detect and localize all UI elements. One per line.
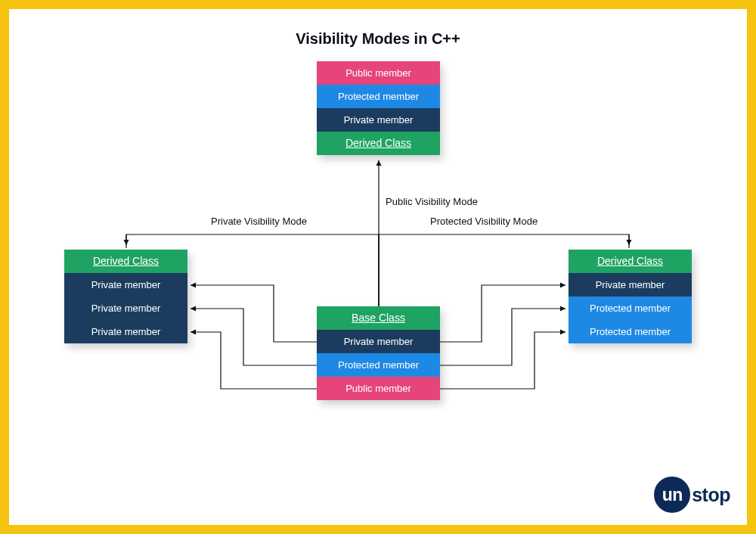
cell-private-member: Private member bbox=[64, 320, 187, 343]
cell-private-member: Private member bbox=[569, 273, 692, 296]
brand-suffix: stop bbox=[692, 484, 730, 506]
class-label-derived: Derived Class bbox=[64, 250, 187, 273]
class-label-derived: Derived Class bbox=[317, 132, 440, 155]
brand-logo: unstop bbox=[654, 477, 730, 513]
top-derived-stack: Public member Protected member Private m… bbox=[317, 61, 440, 155]
base-class-stack: Base Class Private member Protected memb… bbox=[317, 306, 440, 400]
class-label-base: Base Class bbox=[317, 306, 440, 330]
left-derived-stack: Derived Class Private member Private mem… bbox=[64, 250, 187, 343]
cell-protected-member: Protected member bbox=[317, 85, 440, 108]
cell-protected-member: Protected member bbox=[317, 353, 440, 377]
diagram-frame: Visibility Modes in C++ Public member Pr… bbox=[0, 0, 756, 534]
cell-private-member: Private member bbox=[64, 296, 187, 320]
cell-public-member: Public member bbox=[317, 61, 440, 85]
cell-private-member: Private member bbox=[317, 330, 440, 353]
cell-protected-member: Protected member bbox=[569, 320, 692, 343]
brand-prefix: un bbox=[654, 477, 690, 513]
label-public-mode: Public Visibility Mode bbox=[386, 196, 478, 207]
right-derived-stack: Derived Class Private member Protected m… bbox=[569, 250, 692, 343]
cell-protected-member: Protected member bbox=[569, 296, 692, 320]
label-private-mode: Private Visibility Mode bbox=[211, 216, 307, 227]
cell-public-member: Public member bbox=[317, 377, 440, 400]
cell-private-member: Private member bbox=[64, 273, 187, 296]
diagram-title: Visibility Modes in C++ bbox=[296, 30, 460, 48]
class-label-derived: Derived Class bbox=[569, 250, 692, 273]
cell-private-member: Private member bbox=[317, 108, 440, 132]
label-protected-mode: Protected Visibility Mode bbox=[430, 216, 538, 227]
